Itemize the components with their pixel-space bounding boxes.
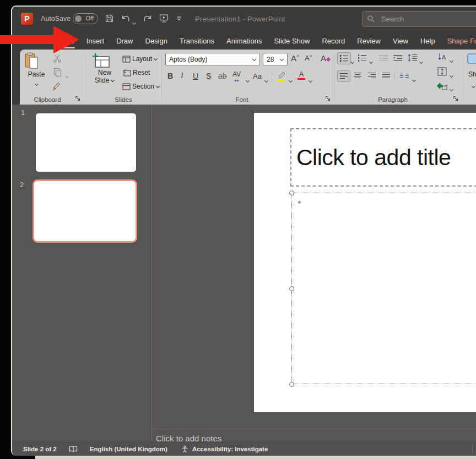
language-indicator[interactable]: English (United Kingdom) bbox=[90, 446, 167, 452]
search-input[interactable] bbox=[380, 14, 465, 24]
convert-smartart-chevron-icon[interactable] bbox=[450, 84, 453, 94]
font-color-button[interactable]: A bbox=[298, 70, 305, 80]
new-slide-chevron-icon bbox=[111, 79, 115, 82]
paste-chevron-icon bbox=[35, 83, 39, 86]
reset-label: Reset bbox=[133, 69, 150, 76]
slide-2-number: 2 bbox=[20, 181, 24, 189]
font-size-combo[interactable]: 28 bbox=[263, 53, 288, 66]
new-slide-button[interactable]: New Slide bbox=[91, 52, 118, 84]
accessibility-status[interactable]: Accessibility: Investigate bbox=[192, 446, 268, 452]
section-button[interactable]: Section bbox=[122, 83, 160, 90]
notes-pane-divider[interactable] bbox=[152, 429, 476, 429]
align-right-button[interactable] bbox=[368, 73, 376, 79]
resize-handle-middle-left[interactable] bbox=[289, 286, 294, 291]
font-name-value: Aptos (Body) bbox=[169, 56, 207, 63]
tab-view[interactable]: View bbox=[387, 33, 414, 49]
undo-icon[interactable] bbox=[121, 14, 131, 23]
undo-dropdown-chevron-icon[interactable] bbox=[132, 17, 136, 27]
text-direction-button[interactable]: A bbox=[437, 53, 446, 61]
spell-check-icon[interactable] bbox=[69, 445, 78, 453]
decrease-indent-button[interactable] bbox=[379, 55, 388, 61]
character-spacing-chevron-icon[interactable] bbox=[246, 75, 250, 85]
align-left-button[interactable] bbox=[337, 70, 350, 82]
highlight-color-chevron-icon[interactable] bbox=[289, 75, 293, 85]
slide-1-thumbnail[interactable] bbox=[36, 113, 136, 172]
shapes-icon[interactable] bbox=[467, 53, 476, 68]
align-text-chevron-icon[interactable] bbox=[450, 70, 453, 80]
columns-button[interactable] bbox=[400, 73, 409, 79]
powerpoint-window: P AutoSave Off bbox=[11, 6, 476, 456]
status-bar: Slide 2 of 2 English (United Kingdom) Ac… bbox=[12, 442, 476, 456]
strikethrough-button[interactable]: ab bbox=[218, 72, 227, 80]
resize-handle-bottom-left[interactable] bbox=[289, 382, 294, 387]
reset-button[interactable]: Reset bbox=[122, 69, 150, 76]
highlight-color-button[interactable] bbox=[276, 70, 287, 81]
character-spacing-button[interactable]: AV ↔ bbox=[232, 70, 241, 84]
copy-icon[interactable] bbox=[53, 68, 62, 77]
thumbnail-panel-divider[interactable] bbox=[152, 105, 152, 443]
italic-button[interactable]: I bbox=[181, 72, 183, 80]
font-name-combo[interactable]: Aptos (Body) bbox=[165, 53, 260, 66]
change-case-chevron-icon[interactable] bbox=[264, 75, 268, 85]
font-color-chevron-icon[interactable] bbox=[309, 75, 312, 85]
tab-transitions[interactable]: Transitions bbox=[174, 33, 220, 49]
title-placeholder-text: Click to add title bbox=[296, 145, 451, 171]
resize-handle-top-left[interactable] bbox=[289, 190, 294, 195]
tab-design[interactable]: Design bbox=[139, 33, 174, 49]
underline-button[interactable]: U bbox=[193, 72, 198, 80]
slide-1-number: 1 bbox=[21, 109, 25, 117]
save-icon[interactable] bbox=[105, 14, 114, 23]
numbering-chevron-icon[interactable] bbox=[369, 56, 373, 66]
section-chevron-icon bbox=[156, 85, 160, 88]
clear-formatting-button[interactable]: A bbox=[321, 53, 330, 63]
paragraph-dialog-launcher-icon[interactable] bbox=[453, 96, 459, 102]
redo-icon[interactable] bbox=[143, 14, 153, 23]
align-text-button[interactable] bbox=[437, 67, 447, 76]
justify-button[interactable] bbox=[382, 73, 390, 79]
tab-help[interactable]: Help bbox=[414, 33, 441, 49]
convert-smartart-button[interactable] bbox=[436, 81, 447, 90]
tab-slide-show[interactable]: Slide Show bbox=[268, 33, 316, 49]
increase-indent-button[interactable] bbox=[393, 55, 402, 61]
shrink-font-button[interactable]: A˅ bbox=[305, 53, 312, 62]
bullets-chevron-icon[interactable] bbox=[350, 56, 354, 66]
tab-draw[interactable]: Draw bbox=[110, 33, 139, 49]
layout-button[interactable]: Layout bbox=[122, 55, 158, 63]
accessibility-icon[interactable] bbox=[181, 445, 189, 453]
format-painter-icon[interactable] bbox=[52, 81, 62, 91]
tab-animations[interactable]: Animations bbox=[220, 33, 268, 49]
line-spacing-chevron-icon[interactable] bbox=[419, 56, 423, 66]
font-name-chevron-icon bbox=[252, 58, 256, 61]
text-shadow-button[interactable]: S bbox=[206, 72, 211, 80]
change-case-button[interactable]: Aa bbox=[253, 72, 262, 80]
align-center-button[interactable] bbox=[354, 73, 361, 79]
numbering-button[interactable] bbox=[358, 54, 367, 62]
bullets-button[interactable] bbox=[337, 52, 351, 64]
paste-label: Paste bbox=[24, 70, 48, 78]
start-slideshow-icon[interactable] bbox=[159, 13, 169, 24]
search-icon bbox=[367, 15, 375, 23]
customize-qat-chevron-icon[interactable] bbox=[176, 15, 182, 21]
font-group-label: Font bbox=[162, 96, 322, 103]
copy-chevron-icon[interactable] bbox=[65, 70, 69, 80]
new-slide-label-line1: New bbox=[91, 69, 118, 76]
bold-button[interactable]: B bbox=[167, 72, 173, 80]
title-placeholder[interactable]: Click to add title bbox=[290, 128, 476, 187]
group-divider bbox=[334, 54, 334, 101]
grow-font-button[interactable]: A˄ bbox=[291, 53, 299, 63]
tab-review[interactable]: Review bbox=[351, 33, 387, 49]
new-slide-icon bbox=[91, 52, 118, 69]
clipboard-dialog-launcher-icon[interactable] bbox=[75, 96, 82, 102]
line-spacing-button[interactable] bbox=[408, 54, 417, 62]
slide-2-thumbnail-selected[interactable] bbox=[33, 179, 137, 243]
shapes-label: Sha bbox=[468, 70, 476, 78]
text-direction-chevron-icon[interactable] bbox=[450, 55, 453, 65]
columns-chevron-icon[interactable] bbox=[412, 74, 416, 84]
tab-shape-format[interactable]: Shape Format bbox=[441, 33, 476, 49]
search-box[interactable] bbox=[362, 11, 476, 27]
font-dialog-launcher-icon[interactable] bbox=[325, 96, 332, 102]
content-placeholder[interactable] bbox=[291, 193, 476, 384]
tab-insert[interactable]: Insert bbox=[80, 33, 111, 49]
tab-record[interactable]: Record bbox=[316, 33, 351, 49]
clipboard-group-label: Clipboard bbox=[20, 96, 75, 103]
